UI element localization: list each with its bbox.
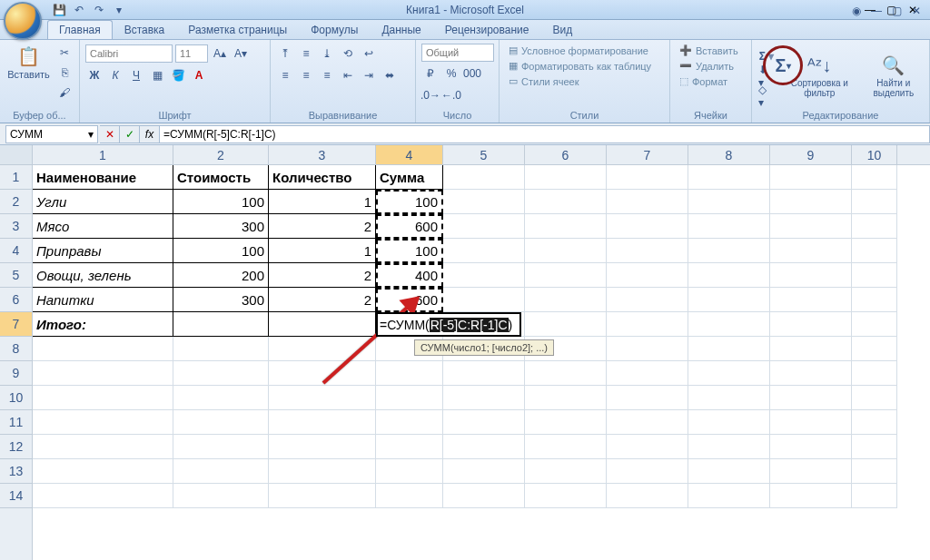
cell[interactable] [688,190,770,214]
cell[interactable] [443,239,525,263]
font-color-icon[interactable]: A [190,66,208,84]
cell[interactable] [688,312,770,337]
cell[interactable] [770,337,852,361]
cell[interactable] [607,312,688,337]
cut-icon[interactable]: ✂ [55,44,74,62]
cell[interactable] [770,435,852,459]
fx-button[interactable]: fx [140,125,160,143]
tab-home[interactable]: Главная [47,20,113,39]
increase-indent-icon[interactable]: ⇥ [360,66,378,84]
cell[interactable] [525,459,607,484]
row-header-4[interactable]: 4 [0,239,32,263]
cell[interactable] [688,435,770,459]
row-header-9[interactable]: 9 [0,361,32,386]
tab-review[interactable]: Рецензирование [433,20,541,39]
tab-formulas[interactable]: Формулы [299,20,370,39]
cell[interactable] [852,459,897,484]
row-header-1[interactable]: 1 [0,165,32,190]
cell[interactable] [269,410,376,435]
cell[interactable] [33,386,173,410]
doc-close-button[interactable]: ✕ [908,3,925,19]
cell[interactable] [688,337,770,361]
row-header-8[interactable]: 8 [0,337,32,361]
row-header-10[interactable]: 10 [0,386,32,410]
cell[interactable] [607,484,688,508]
number-format-combo[interactable] [421,44,494,62]
orientation-icon[interactable]: ⟲ [339,44,357,63]
cell[interactable] [33,435,173,459]
namebox-dropdown-icon[interactable]: ▾ [88,128,94,141]
italic-icon[interactable]: К [106,66,124,84]
cell-r1c3[interactable]: Количество [269,165,376,190]
cell-r2c3[interactable]: 1 [269,190,376,214]
col-header-9[interactable]: 9 [770,145,852,164]
cell-r4c1[interactable]: Приправы [33,239,173,263]
row-header-11[interactable]: 11 [0,410,32,435]
cell[interactable] [607,165,688,190]
cell[interactable] [770,459,852,484]
cell[interactable] [852,190,897,214]
cell[interactable] [33,484,173,508]
cell[interactable] [770,239,852,263]
underline-icon[interactable]: Ч [127,66,145,84]
cell[interactable] [525,263,607,288]
cell[interactable] [33,459,173,484]
col-header-10[interactable]: 10 [852,145,897,164]
grid[interactable]: 1 2 3 4 5 6 7 8 9 10 Наименование Стоимо… [33,145,930,560]
cell[interactable] [607,337,688,361]
cell[interactable] [852,288,897,312]
formula-input[interactable]: =СУММ(R[-5]C:R[-1]C) [160,125,930,143]
wrap-text-icon[interactable]: ↩ [360,44,378,63]
cell[interactable] [688,165,770,190]
cell-r5c1[interactable]: Овощи, зелень [33,263,173,288]
insert-cells-button[interactable]: ➕Вставить [676,44,742,57]
clear-button[interactable]: ◇ ▾ [757,87,776,105]
row-header-12[interactable]: 12 [0,435,32,459]
copy-icon[interactable]: ⎘ [55,64,74,82]
cell[interactable] [607,410,688,435]
cell[interactable] [173,361,269,386]
cell[interactable] [770,214,852,239]
cell[interactable] [688,361,770,386]
cell[interactable] [770,165,852,190]
cell-r4c2[interactable]: 100 [173,239,269,263]
cancel-formula-button[interactable]: ✕ [100,125,120,143]
cell-r1c2[interactable]: Стоимость [173,165,269,190]
office-button[interactable] [4,2,42,40]
conditional-formatting-button[interactable]: ▤Условное форматирование [505,44,655,57]
cell[interactable] [376,459,443,484]
cell[interactable] [852,337,897,361]
cell-r1c1[interactable]: Наименование [33,165,173,190]
cell[interactable] [376,410,443,435]
cell[interactable] [607,214,688,239]
col-header-6[interactable]: 6 [525,145,607,164]
cell-r3c3[interactable]: 2 [269,214,376,239]
row-header-3[interactable]: 3 [0,214,32,239]
cell[interactable] [443,459,525,484]
cell[interactable] [443,361,525,386]
cell[interactable] [443,165,525,190]
cell[interactable] [376,361,443,386]
row-header-5[interactable]: 5 [0,263,32,288]
cell-r3c4[interactable]: 600 [376,214,443,239]
cell[interactable] [688,459,770,484]
bold-icon[interactable]: Ж [85,66,104,84]
cell[interactable] [688,484,770,508]
col-header-2[interactable]: 2 [173,145,269,164]
cell[interactable] [269,484,376,508]
cell[interactable] [525,214,607,239]
cell-r5c4[interactable]: 400 [376,263,443,288]
cell-styles-button[interactable]: ▭Стили ячеек [505,74,655,88]
format-as-table-button[interactable]: ▦Форматировать как таблицу [505,59,655,73]
col-header-5[interactable]: 5 [443,145,525,164]
delete-cells-button[interactable]: ➖Удалить [676,59,742,73]
name-box[interactable]: СУММ ▾ [5,125,98,143]
increase-decimal-icon[interactable]: .0→ [421,86,440,104]
col-header-7[interactable]: 7 [607,145,688,164]
cell[interactable] [173,337,269,361]
cell[interactable] [688,214,770,239]
row-header-6[interactable]: 6 [0,288,32,312]
align-right-icon[interactable]: ≡ [318,66,336,84]
cell[interactable] [852,361,897,386]
cell-r5c3[interactable]: 2 [269,263,376,288]
